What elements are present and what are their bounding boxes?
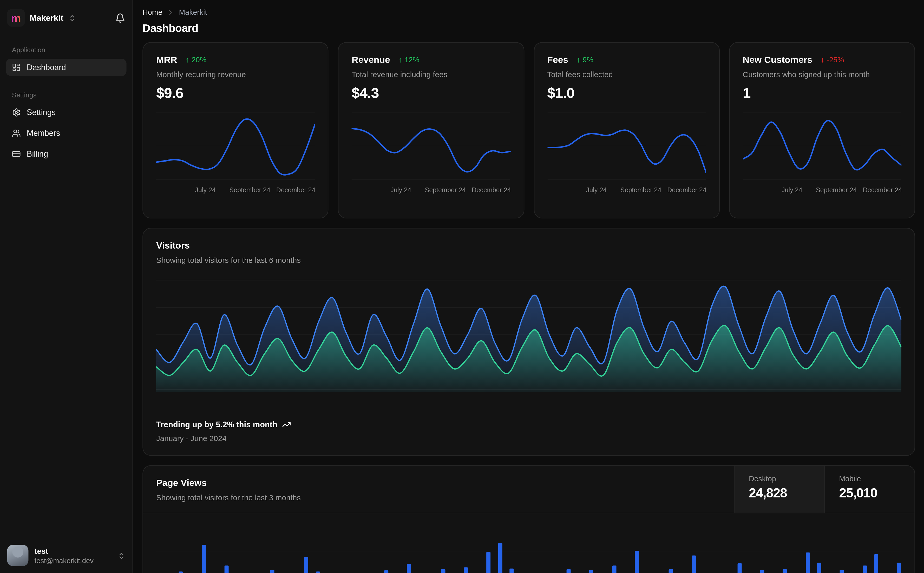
- page-views-description: Showing total visitors for the last 3 mo…: [156, 493, 721, 502]
- credit-card-icon: [12, 150, 21, 158]
- app-root: m Makerkit Application Dashboard Setting…: [0, 0, 924, 573]
- page-views-bar: [817, 562, 821, 573]
- axis-tick: December 24: [667, 186, 706, 193]
- page-views-bar: [897, 562, 901, 573]
- sidebar-item-billing[interactable]: Billing: [6, 146, 127, 163]
- sparkline-axis: July 24 September 24 December 24: [351, 184, 510, 196]
- page-views-bar: [760, 570, 764, 573]
- visitors-title: Visitors: [156, 240, 901, 251]
- axis-tick: July 24: [586, 186, 607, 193]
- stat-value: $1.0: [547, 85, 706, 102]
- sparkline-chart: [156, 111, 315, 181]
- toggle-label: Desktop: [749, 475, 810, 483]
- breadcrumb-current: Makerkit: [179, 8, 207, 17]
- trend-badge: ↑ 9%: [576, 56, 593, 64]
- visitors-trend-text: Trending up by 5.2% this month: [156, 420, 277, 429]
- page-views-bar: [486, 552, 491, 573]
- sparkline-axis: July 24 September 24 December 24: [743, 184, 902, 196]
- avatar: [7, 545, 28, 566]
- trending-up-icon: [282, 420, 291, 429]
- axis-tick: September 24: [620, 186, 662, 193]
- page-views-toggles: Desktop 24,828 Mobile 25,010: [734, 466, 915, 512]
- page-title: Dashboard: [143, 22, 915, 35]
- page-views-bar: [441, 569, 445, 573]
- page-views-bar: [783, 569, 787, 573]
- users-icon: [12, 129, 21, 138]
- visitors-description: Showing total visitors for the last 6 mo…: [156, 256, 901, 265]
- sparkline-axis: July 24 September 24 December 24: [156, 184, 315, 196]
- arrow-up-icon: ↑: [576, 56, 580, 64]
- page-views-bar: [612, 565, 616, 573]
- stat-card-revenue: Revenue ↑ 12% Total revenue including fe…: [338, 42, 524, 218]
- page-views-bar: [407, 564, 411, 573]
- page-views-bar: [806, 553, 810, 573]
- stat-description: Total revenue including fees: [351, 70, 510, 79]
- breadcrumb: Home Makerkit: [143, 8, 915, 17]
- stat-card-mrr: MRR ↑ 20% Monthly recurring revenue $9.6…: [143, 42, 328, 218]
- sidebar-item-label: Billing: [27, 150, 48, 158]
- page-views-bar: [316, 571, 320, 573]
- section-label-settings: Settings: [6, 91, 127, 99]
- page-views-bar: [692, 555, 696, 573]
- page-views-bar: [635, 550, 639, 573]
- toggle-desktop[interactable]: Desktop 24,828: [734, 466, 824, 512]
- axis-tick: September 24: [816, 186, 857, 193]
- stat-title: MRR: [156, 55, 177, 65]
- stat-description: Customers who signed up this month: [743, 70, 902, 79]
- trend-badge: ↑ 12%: [398, 56, 419, 64]
- chevrons-up-down-icon[interactable]: [68, 14, 76, 22]
- breadcrumb-home-link[interactable]: Home: [143, 8, 162, 17]
- page-views-bar: [874, 554, 878, 573]
- chevron-right-icon: [167, 9, 174, 16]
- sidebar-item-members[interactable]: Members: [6, 125, 127, 142]
- page-views-bar: [840, 570, 844, 573]
- toggle-value: 25,010: [839, 485, 900, 501]
- trend-badge: ↓ -25%: [820, 56, 844, 64]
- stat-card-fees: Fees ↑ 9% Total fees collected $1.0 July…: [533, 42, 720, 218]
- sidebar-item-dashboard[interactable]: Dashboard: [6, 59, 127, 76]
- page-views-bar: [510, 568, 514, 573]
- arrow-up-icon: ↑: [398, 56, 402, 64]
- page-views-bar: [224, 565, 229, 573]
- stat-title: Revenue: [351, 55, 390, 65]
- stat-description: Monthly recurring revenue: [156, 70, 315, 79]
- trend-value: -25%: [827, 56, 844, 64]
- sidebar: m Makerkit Application Dashboard Setting…: [0, 0, 133, 573]
- page-views-bar: [737, 563, 742, 573]
- visitors-area-chart: [156, 279, 901, 392]
- page-views-bar: [863, 565, 867, 573]
- user-name: test: [35, 546, 112, 555]
- page-views-bar: [464, 567, 468, 573]
- page-views-card: Page Views Showing total visitors for th…: [143, 465, 915, 573]
- makerkit-logo-letter: m: [11, 12, 21, 23]
- page-views-bar-chart: [156, 513, 901, 573]
- user-meta: test test@makerkit.dev: [35, 546, 112, 565]
- stat-card-new-customers: New Customers ↓ -25% Customers who signe…: [729, 42, 915, 218]
- toggle-value: 24,828: [749, 485, 810, 501]
- user-menu[interactable]: test test@makerkit.dev: [6, 539, 127, 573]
- page-views-bar: [669, 569, 673, 573]
- page-views-bar: [498, 543, 502, 573]
- trend-value: 20%: [191, 56, 206, 64]
- user-email: test@makerkit.dev: [35, 556, 112, 565]
- page-views-bar: [202, 545, 206, 573]
- arrow-up-icon: ↑: [185, 56, 189, 64]
- page-views-bar: [304, 556, 309, 573]
- dashboard-icon: [12, 63, 21, 72]
- arrow-down-icon: ↓: [820, 56, 824, 64]
- page-views-bar: [270, 570, 274, 573]
- workspace-name[interactable]: Makerkit: [30, 13, 63, 23]
- toggle-mobile[interactable]: Mobile 25,010: [824, 466, 915, 512]
- page-views-bar: [566, 569, 571, 573]
- sparkline-chart: [547, 111, 706, 181]
- axis-tick: September 24: [229, 186, 270, 193]
- stat-value: $4.3: [351, 85, 510, 102]
- sidebar-item-settings[interactable]: Settings: [6, 104, 127, 121]
- bell-icon[interactable]: [115, 13, 125, 23]
- axis-tick: July 24: [195, 186, 216, 193]
- visitors-footer: Trending up by 5.2% this month January -…: [156, 420, 901, 443]
- stat-value: 1: [743, 85, 902, 102]
- trend-value: 9%: [583, 56, 593, 64]
- page-views-header: Page Views Showing total visitors for th…: [143, 466, 915, 513]
- stat-value: $9.6: [156, 85, 315, 102]
